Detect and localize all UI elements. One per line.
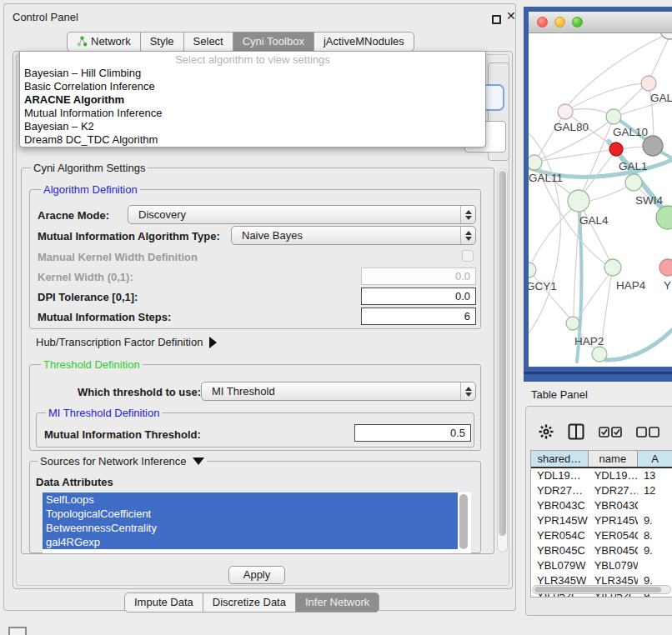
node-bottom[interactable] <box>592 347 607 362</box>
table-cell: YDL19… <box>589 468 638 483</box>
node-SWI4[interactable] <box>625 174 642 191</box>
node-GAL11[interactable] <box>529 155 542 170</box>
tab-impute-data[interactable]: Impute Data <box>124 592 203 612</box>
mi-threshold-input[interactable]: 0.5 <box>354 424 471 442</box>
node-GAL7[interactable] <box>641 76 656 91</box>
column-header[interactable]: shared… <box>531 451 589 467</box>
table-cell: YPR145W <box>589 513 638 528</box>
tab-cyni-toolbox[interactable]: Cyni Toolbox <box>233 32 314 52</box>
node-GAL80[interactable] <box>558 104 573 119</box>
zoom-traffic-icon[interactable] <box>572 17 583 28</box>
table-row[interactable]: YBL079WYBL079W <box>531 558 672 573</box>
node-pinkY[interactable] <box>659 259 672 276</box>
network-window-titlebar[interactable] <box>529 12 672 33</box>
table-cell: 8. <box>638 528 672 543</box>
table-row[interactable]: YDL19…YDL19…13 <box>531 468 672 483</box>
algorithm-option[interactable]: ARACNE Algorithm <box>20 93 485 107</box>
mi-steps-label: Mutual Information Steps: <box>38 311 171 323</box>
checked-columns-icon[interactable] <box>599 427 622 438</box>
table-horizontal-scrollbar[interactable] <box>532 585 671 594</box>
mi-steps-input[interactable]: 6 <box>361 308 476 325</box>
table-row[interactable]: YBR045CYBR045C9. <box>531 543 672 558</box>
algorithm-option[interactable]: Basic Correlation Inference <box>20 80 485 93</box>
table-cell: 12 <box>638 483 672 498</box>
tab-label: Style <box>150 35 174 48</box>
which-threshold-combo[interactable]: MI Threshold <box>201 382 476 401</box>
node-label-pinkY: Y <box>664 279 671 292</box>
node-GAL4[interactable] <box>568 190 589 212</box>
node-GCY1[interactable] <box>529 262 536 278</box>
table-row[interactable]: YBR043CYBR043C <box>531 498 672 513</box>
hub-definition-label: Hub/Transcription Factor Definition <box>36 336 203 348</box>
node-GAL1[interactable] <box>609 142 623 156</box>
which-threshold-value: MI Threshold <box>202 385 460 398</box>
threshold-definition-title: Threshold Definition <box>41 358 143 371</box>
node-table: shared…nameA YDL19…YDL19…13YDR27…YDR27…1… <box>530 450 672 598</box>
column-header[interactable]: A <box>638 451 672 467</box>
mi-type-combo[interactable]: Naive Bayes <box>231 226 476 245</box>
table-row[interactable]: YER054CYER054C8. <box>531 528 672 543</box>
node-top[interactable] <box>660 33 672 39</box>
mi-type-label: Mutual Information Algorithm Type: <box>38 230 220 242</box>
table-cell: YPR145W <box>531 513 589 528</box>
tab-label: Cyni Toolbox <box>243 35 304 48</box>
attribute-item[interactable]: BetweennessCentrality <box>43 521 458 535</box>
aracne-mode-combo[interactable]: Discovery <box>128 205 476 224</box>
tab-style[interactable]: Style <box>140 32 184 52</box>
settings-scrollbar-thumb[interactable] <box>499 171 506 536</box>
node-gray[interactable] <box>643 136 663 156</box>
node-GAL10[interactable] <box>606 109 621 124</box>
tab-select[interactable]: Select <box>183 32 233 52</box>
minimize-traffic-icon[interactable] <box>554 17 565 28</box>
attribute-item[interactable]: TopologicalCoefficient <box>43 507 458 521</box>
attribute-item[interactable]: gal4RGexp <box>43 535 458 549</box>
algorithm-option[interactable]: Mutual Information Inference <box>20 107 485 120</box>
table-scrollbar-thumb[interactable] <box>534 587 661 592</box>
split-columns-icon[interactable] <box>568 423 584 440</box>
data-attributes-label: Data Attributes <box>36 476 113 488</box>
node-HAP2[interactable] <box>566 317 579 330</box>
settings-vertical-scrollbar[interactable] <box>497 168 508 552</box>
manual-kernel-checkbox[interactable] <box>462 250 474 262</box>
algorithm-option[interactable]: Bayesian – Hill Climbing <box>20 67 485 80</box>
tab-network[interactable]: Network <box>67 32 141 52</box>
close-icon[interactable]: ✕ <box>506 9 516 22</box>
network-canvas[interactable]: GALGAL80GAL10GAL1GAL11SWI4GAL4GCY1HAP4YH… <box>529 33 672 372</box>
close-traffic-icon[interactable] <box>537 17 548 28</box>
algorithm-option[interactable]: Dream8 DC_TDC Algorithm <box>20 133 485 147</box>
dpi-tolerance-input[interactable]: 0.0 <box>361 288 476 305</box>
table-cell: 9. <box>638 543 672 558</box>
gear-icon[interactable] <box>539 424 554 439</box>
attribute-item[interactable]: SelfLoops <box>43 492 458 507</box>
algorithm-definition-title: Algorithm Definition <box>41 183 140 196</box>
table-cell: 9. <box>638 513 672 528</box>
table-row[interactable]: YPR145WYPR145W9. <box>531 513 672 528</box>
attributes-scrollbar-thumb[interactable] <box>459 494 468 549</box>
column-header[interactable]: name <box>589 451 638 467</box>
unchecked-columns-icon[interactable] <box>636 427 659 438</box>
table-cell: YER054C <box>589 528 638 543</box>
node-label-SWI4: SWI4 <box>635 194 663 207</box>
tab-infer-network[interactable]: Infer Network <box>295 592 379 612</box>
node-HAP4[interactable] <box>604 259 621 276</box>
aracne-mode-value: Discovery <box>128 208 460 221</box>
float-window-icon[interactable] <box>492 15 501 24</box>
network-edge <box>535 149 614 162</box>
node-label-GCY1: GCY1 <box>529 280 557 292</box>
table-row[interactable]: YDR27…YDR27…12 <box>531 483 672 498</box>
corner-panel-icon[interactable] <box>8 627 27 635</box>
tab-discretize-data[interactable]: Discretize Data <box>203 592 296 612</box>
node-green[interactable] <box>656 206 672 229</box>
network-edge <box>565 83 648 112</box>
algorithm-dropdown-list: Bayesian – Hill ClimbingBasic Correlatio… <box>20 67 485 147</box>
tab-label: Network <box>91 35 131 48</box>
tab-jactivemnodules[interactable]: jActiveMNodules <box>313 32 414 52</box>
hub-definition-toggle[interactable]: Hub/Transcription Factor Definition <box>36 336 217 348</box>
apply-button[interactable]: Apply <box>228 566 285 584</box>
dpi-tolerance-label: DPI Tolerance [0,1]: <box>38 291 138 303</box>
mi-type-value: Naive Bayes <box>232 229 460 242</box>
sources-toggle[interactable]: Sources for Network Inference <box>38 455 207 468</box>
algorithm-option[interactable]: Bayesian – K2 <box>20 120 485 133</box>
manual-kernel-label: Manual Kernel Width Definition <box>38 251 198 263</box>
kernel-width-input[interactable]: 0.0 <box>361 268 476 285</box>
